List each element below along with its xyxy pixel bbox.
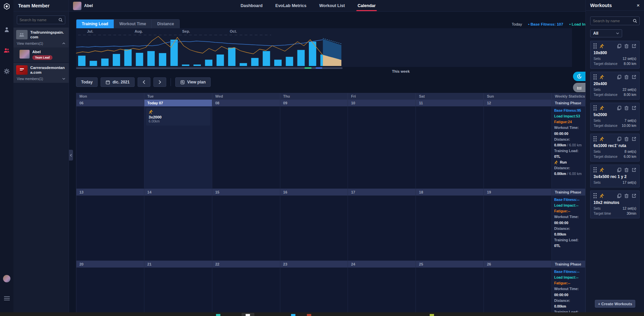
day-cell[interactable] <box>212 268 280 316</box>
member-search-input[interactable] <box>20 18 59 22</box>
day-cell[interactable] <box>76 196 144 261</box>
team-group-row[interactable]: Trailrunningspain.com <box>13 28 69 40</box>
day-cell[interactable] <box>348 196 416 261</box>
delete-workout-button[interactable] <box>624 75 629 79</box>
workout-search[interactable] <box>590 16 640 25</box>
chart-tab-training-load[interactable]: Training Load <box>76 20 114 28</box>
date-cell[interactable]: 12 <box>484 100 552 106</box>
day-cell[interactable] <box>280 268 348 316</box>
date-cell[interactable]: 11 <box>416 100 484 106</box>
day-cell[interactable] <box>416 268 484 316</box>
delete-workout-button[interactable] <box>624 137 629 141</box>
date-cell[interactable]: Today 07 <box>144 100 212 106</box>
day-cell[interactable] <box>212 196 280 261</box>
delete-workout-button[interactable] <box>624 106 629 110</box>
date-cell[interactable]: 15 <box>212 189 280 196</box>
team-group-row[interactable]: Carrerasdemontana.com <box>13 63 69 76</box>
delete-workout-button[interactable] <box>624 168 629 172</box>
date-cell[interactable]: 26 <box>484 261 552 268</box>
workout-event-card[interactable]: 3x20006.00km <box>146 108 210 126</box>
duplicate-workout-button[interactable] <box>617 168 621 172</box>
prev-month-button[interactable] <box>138 77 150 87</box>
workout-card[interactable]: 20x400Sets22 set(s)Target distance8.00 k… <box>590 72 640 100</box>
delete-workout-button[interactable] <box>624 194 629 198</box>
duplicate-workout-button[interactable] <box>617 106 621 110</box>
open-workout-button[interactable] <box>632 168 636 172</box>
taskbar-active-app[interactable] <box>242 313 254 316</box>
date-cell[interactable]: 22 <box>212 261 280 268</box>
taskbar-app-icon[interactable] <box>430 314 434 316</box>
day-cell[interactable] <box>76 106 144 189</box>
day-cell[interactable] <box>144 268 212 316</box>
member-search[interactable] <box>17 15 65 24</box>
drag-handle-icon[interactable] <box>594 136 597 142</box>
date-cell[interactable]: 06 <box>76 100 144 106</box>
delete-workout-button[interactable] <box>624 44 629 48</box>
drag-handle-icon[interactable] <box>594 105 597 111</box>
date-cell[interactable]: 18 <box>416 189 484 196</box>
sync-workout-pill-button[interactable] <box>573 72 585 81</box>
workout-card[interactable]: 3x4x500 rec 1 y 2Sets17 set(s) <box>590 165 640 187</box>
drag-handle-icon[interactable] <box>594 193 597 199</box>
rail-user-avatar[interactable] <box>0 271 13 286</box>
day-cell[interactable] <box>484 106 552 189</box>
date-cell[interactable]: 19 <box>484 189 552 196</box>
training-load-chart[interactable]: Jul.Aug.Sep.Oct. <box>76 28 572 67</box>
duplicate-workout-button[interactable] <box>617 137 621 141</box>
drag-handle-icon[interactable] <box>594 74 597 80</box>
day-cell[interactable]: 3x20006.00km <box>144 106 212 189</box>
view-members-toggle[interactable]: View members(1) <box>13 40 69 47</box>
day-cell[interactable] <box>280 196 348 261</box>
date-cell[interactable]: 24 <box>348 261 416 268</box>
date-cell[interactable]: 09 <box>280 100 348 106</box>
workout-filter-select[interactable]: All <box>590 29 622 37</box>
sidebar-collapse-handle[interactable] <box>69 150 73 161</box>
date-cell[interactable]: 23 <box>280 261 348 268</box>
day-cell[interactable] <box>416 196 484 261</box>
date-cell[interactable]: 10 <box>348 100 416 106</box>
day-cell[interactable] <box>144 196 212 261</box>
nav-calendar[interactable]: Calendar <box>358 0 376 12</box>
date-cell[interactable]: 13 <box>76 189 144 196</box>
taskbar-app-icon[interactable] <box>291 314 295 316</box>
date-cell[interactable]: 21 <box>144 261 212 268</box>
view-plan-button[interactable]: View plan <box>175 77 211 87</box>
workout-card[interactable]: 10x2 minutosSets12 set(s)Target time30mi… <box>590 190 640 218</box>
duplicate-workout-button[interactable] <box>617 75 621 79</box>
date-cell[interactable]: 20 <box>76 261 144 268</box>
member-row-abel[interactable]: Abel Team Lead <box>13 47 69 62</box>
day-cell[interactable] <box>484 196 552 261</box>
topbar-user-avatar[interactable] <box>73 2 81 10</box>
open-workout-button[interactable] <box>632 194 636 198</box>
date-cell[interactable]: 08 <box>212 100 280 106</box>
os-taskbar[interactable] <box>0 312 644 316</box>
month-picker-button[interactable]: dic. 2021 <box>101 77 135 87</box>
taskbar-app-icon[interactable] <box>307 314 311 316</box>
day-cell[interactable] <box>212 106 280 189</box>
day-cell[interactable] <box>484 268 552 316</box>
chart-tab-workout-time[interactable]: Workout Time <box>114 20 152 28</box>
open-workout-button[interactable] <box>632 44 636 48</box>
today-button[interactable]: Today <box>76 77 98 87</box>
workout-card[interactable]: 6x1000 rec1' rutaSets8 set(s)Target dist… <box>590 134 640 162</box>
menu-hamburger-icon[interactable] <box>0 291 13 306</box>
team-icon[interactable] <box>0 43 13 58</box>
day-cell[interactable] <box>348 268 416 316</box>
nav-evolab-metrics[interactable]: EvoLab Metrics <box>275 0 306 12</box>
duplicate-workout-button[interactable] <box>617 194 621 198</box>
day-cell[interactable] <box>348 106 416 189</box>
open-workout-button[interactable] <box>632 137 636 141</box>
taskbar-app-icon[interactable] <box>216 314 220 316</box>
calendar-view-pill-button[interactable] <box>573 83 585 92</box>
date-cell[interactable]: 16 <box>280 189 348 196</box>
day-cell[interactable] <box>416 106 484 189</box>
chart-scroll-track[interactable] <box>76 67 343 69</box>
settings-gear-icon[interactable] <box>0 64 13 79</box>
day-cell[interactable] <box>76 268 144 316</box>
date-cell[interactable]: 25 <box>416 261 484 268</box>
date-cell[interactable]: 17 <box>348 189 416 196</box>
workout-search-input[interactable] <box>593 19 633 23</box>
open-workout-button[interactable] <box>632 106 636 110</box>
next-month-button[interactable] <box>153 77 166 87</box>
create-workouts-button[interactable]: + Create Workouts <box>595 300 635 308</box>
